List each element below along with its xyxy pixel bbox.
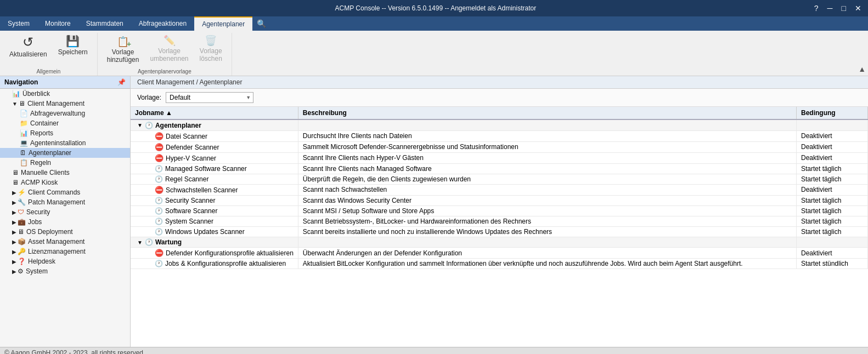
table-row[interactable]: ▼ 🕐 Agentenplaner bbox=[131, 119, 868, 130]
pin-icon[interactable]: 📌 bbox=[117, 78, 126, 86]
template-select[interactable]: Default bbox=[166, 92, 253, 103]
sidebar-item-system[interactable]: ▶ ⚙ System bbox=[0, 266, 130, 276]
vorlage-umbenennen-label: Vorlageumbenennen bbox=[150, 47, 188, 62]
sidebar-item-reports[interactable]: 📊 Reports bbox=[0, 128, 130, 138]
toolbar-group-allgemein: ↺ Aktualisieren 💾 Speichern Allgemein bbox=[0, 33, 98, 76]
stop-icon: ⛔ bbox=[155, 249, 164, 257]
table-cell-description: Scannt das Windows Security Center bbox=[298, 195, 796, 205]
sidebar-item-manuelle-clients[interactable]: 🖥 Manuelle Clients bbox=[0, 168, 130, 178]
sidebar-item-jobs[interactable]: ▶ 💼 Jobs bbox=[0, 217, 130, 227]
sidebar-item-agentenplaner[interactable]: 🗓 Agentenplaner bbox=[0, 148, 130, 158]
toolbar-group-vorlage-label: Agentenplanervorlage bbox=[102, 66, 227, 76]
lizenzmanagement-icon: 🔑 bbox=[18, 248, 26, 255]
breadcrumb: Client Management / Agentenplaner bbox=[131, 76, 868, 89]
vorlage-hinzufuegen-button[interactable]: 📋+ Vorlagehinzufügen bbox=[102, 33, 144, 66]
table-cell-condition: Deaktiviert bbox=[797, 184, 868, 195]
data-table: Jobname ▲ Beschreibung Bedingung ▼ 🕐 bbox=[131, 107, 868, 269]
aktualisieren-button[interactable]: ↺ Aktualisieren bbox=[4, 33, 52, 61]
search-button[interactable]: 🔍 bbox=[252, 16, 270, 31]
jobs-expand-icon: ▶ bbox=[12, 219, 16, 225]
sidebar-item-lizenzmanagement[interactable]: ▶ 🔑 Lizenzmanagement bbox=[0, 247, 130, 256]
table-row[interactable]: 🕐Software ScannerScannt MSI / Setup Soft… bbox=[131, 205, 868, 216]
sidebar-item-patch-management[interactable]: ▶ 🔧 Patch Management bbox=[0, 197, 130, 207]
col-beschreibung[interactable]: Beschreibung bbox=[298, 107, 796, 119]
sidebar: Navigation 📌 📊 Überblick ▼ 🖥 Client Mana… bbox=[0, 76, 131, 347]
collapse-toolbar-icon[interactable]: ▲ bbox=[858, 65, 866, 73]
table-row[interactable]: 🕐Managed Software ScannerScannt Ihre Cli… bbox=[131, 163, 868, 174]
sidebar-item-abfrageverwaltung[interactable]: 📄 Abfrageverwaltung bbox=[0, 109, 130, 118]
group-name: Wartung bbox=[155, 238, 182, 246]
table-row[interactable]: 🕐Security ScannerScannt das Windows Secu… bbox=[131, 195, 868, 205]
speichern-label: Speichern bbox=[58, 48, 88, 56]
manuelle-clients-icon: 🖥 bbox=[12, 169, 19, 176]
table-row[interactable]: 🕐System ScannerScannt Betriebssystem-, B… bbox=[131, 216, 868, 226]
toolbar: ↺ Aktualisieren 💾 Speichern Allgemein 📋+… bbox=[0, 31, 868, 76]
table-cell-description: Scannt Ihre Clients nach Hyper-V Gästen bbox=[298, 152, 796, 163]
menu-item-stammdaten[interactable]: Stammdaten bbox=[78, 16, 131, 31]
template-select-wrapper: Default bbox=[166, 92, 253, 103]
expand-collapse-icon[interactable]: ▼ bbox=[137, 122, 143, 128]
help-button[interactable]: ? bbox=[812, 4, 821, 13]
clock-icon: 🕐 bbox=[155, 228, 163, 236]
table-cell-description: Aktualisiert BitLocker Konfiguration und… bbox=[298, 259, 796, 269]
table-row[interactable]: ⛔Defender ScannerSammelt Microsoft Defen… bbox=[131, 141, 868, 152]
menu-item-monitore[interactable]: Monitore bbox=[37, 16, 78, 31]
client-management-icon: 🖥 bbox=[19, 100, 25, 107]
os-deployment-label: OS Deployment bbox=[26, 228, 73, 236]
sidebar-item-security[interactable]: ▶ 🛡 Security bbox=[0, 207, 130, 217]
table-cell-condition: Startet täglich bbox=[797, 226, 868, 237]
minimize-button[interactable]: ─ bbox=[825, 4, 835, 13]
sidebar-item-container[interactable]: 📁 Container bbox=[0, 118, 130, 128]
sidebar-item-regeln[interactable]: 📋 Regeln bbox=[0, 158, 130, 168]
col-bedingung[interactable]: Bedingung bbox=[797, 107, 868, 119]
agentenplaner-label: Agentenplaner bbox=[29, 149, 71, 157]
uebersicht-label: Überblick bbox=[22, 90, 50, 98]
menu-item-abfrageaktionen[interactable]: Abfrageaktionen bbox=[131, 16, 194, 31]
table-row[interactable]: 🕐Regel ScannerÜberprüft die Regeln, die … bbox=[131, 174, 868, 184]
system-nav-expand-icon: ▶ bbox=[12, 269, 16, 275]
container-icon: 📁 bbox=[20, 119, 28, 127]
regeln-icon: 📋 bbox=[20, 159, 28, 167]
nav-header: Navigation 📌 bbox=[0, 76, 130, 89]
sidebar-item-asset-management[interactable]: ▶ 📦 Asset Management bbox=[0, 237, 130, 247]
vorlage-umbenennen-button[interactable]: ✏️ Vorlageumbenennen bbox=[145, 33, 193, 65]
menu-item-agentenplaner[interactable]: Agentenplaner bbox=[194, 16, 252, 31]
sidebar-item-helpdesk[interactable]: ▶ ❓ Helpdesk bbox=[0, 256, 130, 266]
expand-collapse-icon[interactable]: ▼ bbox=[137, 239, 143, 245]
security-expand-icon: ▶ bbox=[12, 209, 16, 215]
clock-icon: 🕐 bbox=[155, 260, 163, 267]
table-scroll: Jobname ▲ Beschreibung Bedingung ▼ 🕐 bbox=[131, 107, 868, 347]
table-row[interactable]: ⛔Defender Konfigurationsprofile aktualis… bbox=[131, 248, 868, 259]
sidebar-item-uebersicht[interactable]: 📊 Überblick bbox=[0, 89, 130, 99]
menu-item-system[interactable]: System bbox=[0, 16, 37, 31]
aktualisieren-label: Aktualisieren bbox=[9, 50, 47, 58]
lizenzmanagement-expand-icon: ▶ bbox=[12, 249, 16, 255]
table-cell-description bbox=[298, 237, 796, 248]
maximize-button[interactable]: □ bbox=[839, 4, 848, 13]
speichern-button[interactable]: 💾 Speichern bbox=[53, 33, 93, 59]
sidebar-item-acmp-kiosk[interactable]: 🖥 ACMP Kiosk bbox=[0, 178, 130, 187]
table-cell-description bbox=[298, 119, 796, 130]
col-jobname[interactable]: Jobname ▲ bbox=[131, 107, 298, 119]
table-cell-description: Scannt MSI / Setup Software und Store Ap… bbox=[298, 205, 796, 216]
helpdesk-icon: ❓ bbox=[18, 258, 26, 265]
table-row[interactable]: 🕐Jobs & Konfigurationsprofile aktualisie… bbox=[131, 259, 868, 269]
sidebar-item-client-management[interactable]: ▼ 🖥 Client Management bbox=[0, 99, 130, 109]
table-row[interactable]: ⛔Schwachstellen ScannerScannt nach Schwa… bbox=[131, 184, 868, 195]
row-name: Schwachstellen Scanner bbox=[166, 186, 238, 194]
table-row[interactable]: 🕐Windows Updates ScannerScannt bereits i… bbox=[131, 226, 868, 237]
client-management-label: Client Management bbox=[27, 100, 84, 107]
toolbar-allgemein-buttons: ↺ Aktualisieren 💾 Speichern bbox=[4, 33, 93, 66]
table-row[interactable]: ⛔Datei ScannerDurchsucht Ihre Clients na… bbox=[131, 130, 868, 141]
sidebar-item-agenteninstallation[interactable]: 💻 Agenteninstallation bbox=[0, 138, 130, 148]
table-row[interactable]: ⛔Hyper-V ScannerScannt Ihre Clients nach… bbox=[131, 152, 868, 163]
sidebar-item-client-commands[interactable]: ▶ ⚡ Client Commands bbox=[0, 187, 130, 197]
client-management-expand-icon: ▼ bbox=[12, 101, 18, 107]
sidebar-item-os-deployment[interactable]: ▶ 🖥 OS Deployment bbox=[0, 227, 130, 237]
table-row[interactable]: ▼ 🕐 Wartung bbox=[131, 237, 868, 248]
abfrageverwaltung-icon: 📄 bbox=[20, 110, 28, 117]
close-button[interactable]: ✕ bbox=[853, 4, 864, 13]
reports-icon: 📊 bbox=[20, 129, 28, 137]
clock-icon: 🕐 bbox=[155, 175, 163, 183]
vorlage-loeschen-button[interactable]: 🗑️ Vorlagelöschen bbox=[195, 33, 227, 65]
